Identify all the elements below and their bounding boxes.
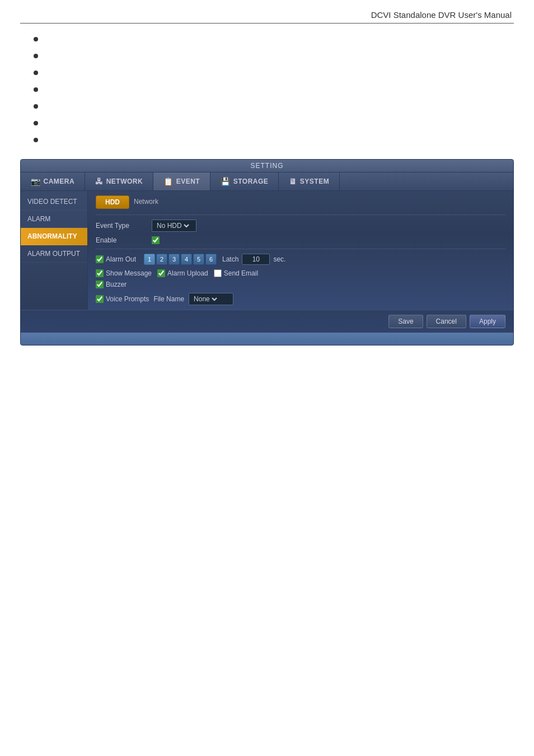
alarm-num-6[interactable]: 6 bbox=[205, 254, 217, 265]
sidebar-item-alarm-output[interactable]: ALARM OUTPUT bbox=[21, 245, 87, 263]
bullet-dot bbox=[34, 54, 38, 58]
enable-row: Enable bbox=[96, 236, 505, 244]
alarm-out-checkbox[interactable] bbox=[96, 255, 104, 263]
sidebar: VIDEO DETECT ALARM ABNORMALITY ALARM OUT… bbox=[21, 191, 88, 310]
sidebar-item-video-detect[interactable]: VIDEO DETECT bbox=[21, 193, 87, 211]
bullet-dot bbox=[34, 138, 38, 142]
event-icon: 📋 bbox=[163, 177, 174, 186]
content-area: HDD Network Event Type No HDD Enable bbox=[88, 191, 513, 310]
content-divider bbox=[96, 214, 505, 215]
save-button[interactable]: Save bbox=[388, 315, 423, 328]
alarm-upload-wrap[interactable]: Alarm Upload bbox=[157, 269, 208, 277]
alarm-num-3[interactable]: 3 bbox=[168, 254, 180, 265]
tab-event[interactable]: 📋 EVENT bbox=[153, 172, 210, 190]
sub-tabs: HDD Network bbox=[96, 195, 505, 209]
alarm-out-row: Alarm Out 1 2 3 4 5 6 Latch sec. bbox=[96, 254, 505, 265]
enable-checkbox[interactable] bbox=[152, 236, 160, 244]
list-item bbox=[34, 52, 500, 58]
latch-label: Latch bbox=[222, 255, 238, 263]
alarm-number-buttons: 1 2 3 4 5 6 bbox=[144, 254, 217, 265]
bullet-dot bbox=[34, 71, 38, 75]
bottom-bar: Save Cancel Apply bbox=[21, 310, 513, 333]
cancel-button[interactable]: Cancel bbox=[427, 315, 466, 328]
bullet-dot bbox=[34, 37, 38, 41]
camera-icon: 📷 bbox=[31, 177, 41, 186]
latch-input[interactable] bbox=[242, 254, 270, 265]
file-name-label: File Name bbox=[153, 295, 184, 303]
list-item bbox=[34, 119, 500, 125]
show-message-wrap[interactable]: Show Message bbox=[96, 269, 152, 277]
page-title: DCVI Standalone DVR User's Manual bbox=[0, 0, 534, 23]
bullet-dot bbox=[34, 121, 38, 125]
network-icon: 🖧 bbox=[95, 177, 104, 186]
footer-bar bbox=[21, 333, 513, 345]
buzzer-wrap[interactable]: Buzzer bbox=[96, 281, 127, 288]
event-type-row: Event Type No HDD bbox=[96, 220, 505, 232]
alarm-num-4[interactable]: 4 bbox=[181, 254, 192, 265]
subtab-network-label[interactable]: Network bbox=[132, 195, 158, 209]
bullet-dot bbox=[34, 87, 38, 92]
event-type-label: Event Type bbox=[96, 222, 146, 230]
alarm-num-2[interactable]: 2 bbox=[156, 254, 167, 265]
enable-checkbox-wrap[interactable] bbox=[152, 236, 160, 244]
show-message-checkbox[interactable] bbox=[96, 269, 104, 277]
send-email-checkbox[interactable] bbox=[214, 269, 222, 277]
event-type-dropdown[interactable]: No HDD bbox=[154, 221, 191, 230]
latch-wrap: Latch sec. bbox=[222, 254, 285, 265]
buzzer-checkbox[interactable] bbox=[96, 281, 104, 288]
header-divider bbox=[20, 23, 514, 24]
bullet-dot bbox=[34, 104, 38, 109]
tab-system[interactable]: 🖥 SYSTEM bbox=[279, 172, 340, 190]
tab-network[interactable]: 🖧 NETWORK bbox=[85, 172, 153, 190]
subtab-hdd[interactable]: HDD bbox=[96, 195, 129, 209]
send-email-wrap[interactable]: Send Email bbox=[214, 269, 258, 277]
content-divider-2 bbox=[96, 249, 505, 249]
alarm-out-checkbox-wrap[interactable]: Alarm Out bbox=[96, 255, 136, 263]
alarm-num-1[interactable]: 1 bbox=[144, 254, 155, 265]
voice-prompts-checkbox[interactable] bbox=[96, 295, 104, 303]
latch-unit: sec. bbox=[273, 255, 285, 263]
voice-prompts-row: Voice Prompts File Name None bbox=[96, 293, 505, 305]
apply-button[interactable]: Apply bbox=[470, 315, 505, 328]
tab-storage[interactable]: 💾 STORAGE bbox=[210, 172, 279, 190]
nav-tabs: 📷 CAMERA 🖧 NETWORK 📋 EVENT 💾 STORAGE 🖥 S… bbox=[21, 172, 513, 191]
voice-prompts-wrap[interactable]: Voice Prompts bbox=[96, 295, 149, 303]
message-row: Show Message Alarm Upload Send Email bbox=[96, 269, 505, 277]
alarm-upload-checkbox[interactable] bbox=[157, 269, 165, 277]
list-item bbox=[34, 35, 500, 41]
list-item bbox=[34, 136, 500, 142]
list-item bbox=[34, 102, 500, 109]
enable-label: Enable bbox=[96, 236, 146, 244]
setting-panel: SETTING 📷 CAMERA 🖧 NETWORK 📋 EVENT 💾 STO… bbox=[20, 159, 514, 346]
main-content: VIDEO DETECT ALARM ABNORMALITY ALARM OUT… bbox=[21, 191, 513, 310]
sidebar-item-alarm[interactable]: ALARM bbox=[21, 211, 87, 228]
sidebar-item-abnormality[interactable]: ABNORMALITY bbox=[21, 228, 87, 245]
tab-camera[interactable]: 📷 CAMERA bbox=[21, 172, 85, 190]
system-icon: 🖥 bbox=[289, 177, 297, 186]
alarm-num-5[interactable]: 5 bbox=[193, 254, 204, 265]
setting-title: SETTING bbox=[21, 160, 513, 172]
buzzer-row: Buzzer bbox=[96, 281, 505, 288]
file-name-dropdown[interactable]: None bbox=[191, 295, 219, 304]
list-item bbox=[34, 85, 500, 92]
bullet-section bbox=[0, 35, 534, 142]
event-type-select[interactable]: No HDD bbox=[152, 220, 196, 232]
file-name-select[interactable]: None bbox=[189, 293, 233, 305]
list-item bbox=[34, 68, 500, 75]
storage-icon: 💾 bbox=[221, 177, 231, 186]
